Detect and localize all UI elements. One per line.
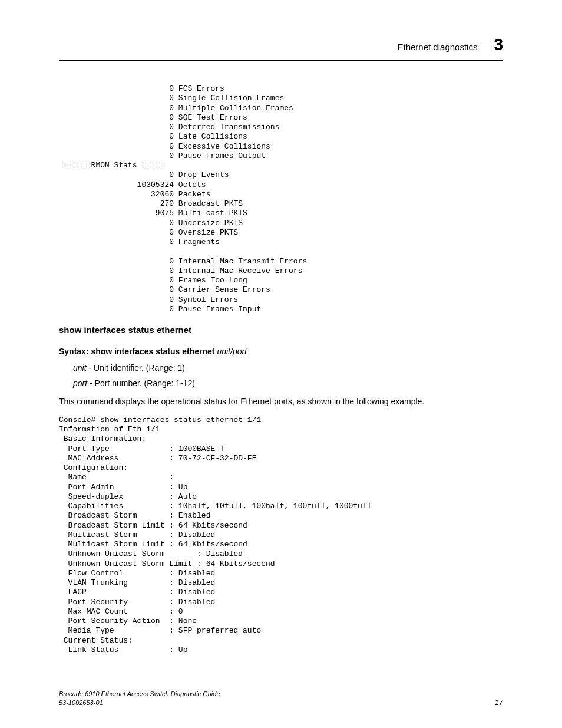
page-footer: Brocade 6910 Ethernet Access Switch Diag… bbox=[59, 690, 503, 707]
param-port: port - Port number. (Range: 1-12) bbox=[73, 378, 503, 388]
page-header: Ethernet diagnostics 3 bbox=[59, 35, 503, 54]
footer-left: Brocade 6910 Ethernet Access Switch Diag… bbox=[59, 690, 220, 707]
param-port-desc: Port number. (Range: 1-12) bbox=[95, 378, 195, 388]
header-rule bbox=[59, 60, 503, 61]
param-port-name: port - bbox=[73, 378, 92, 388]
syntax-label: Syntax: bbox=[59, 347, 89, 356]
param-unit-desc: Unit identifier. (Range: 1) bbox=[94, 363, 185, 373]
body-paragraph: This command displays the operational st… bbox=[59, 396, 503, 407]
param-unit: unit - Unit identifier. (Range: 1) bbox=[73, 363, 503, 373]
code-block-status: Console# show interfaces status ethernet… bbox=[59, 416, 503, 655]
page: Ethernet diagnostics 3 0 FCS Errors 0 Si… bbox=[0, 0, 562, 728]
header-section-title: Ethernet diagnostics bbox=[398, 42, 478, 52]
code-block-counters: 0 FCS Errors 0 Single Collision Frames 0… bbox=[59, 84, 503, 314]
footer-page-number: 17 bbox=[495, 698, 503, 707]
chapter-number: 3 bbox=[494, 35, 503, 54]
command-subheading: show interfaces status ethernet bbox=[59, 325, 503, 335]
syntax-argument: unit/port bbox=[217, 347, 247, 356]
footer-doc-number: 53-1002653-01 bbox=[59, 699, 220, 707]
footer-doc-title: Brocade 6910 Ethernet Access Switch Diag… bbox=[59, 690, 220, 698]
syntax-command: show interfaces status ethernet bbox=[91, 347, 214, 356]
param-unit-name: unit - bbox=[73, 363, 91, 373]
syntax-line: Syntax: show interfaces status ethernet … bbox=[59, 347, 503, 356]
